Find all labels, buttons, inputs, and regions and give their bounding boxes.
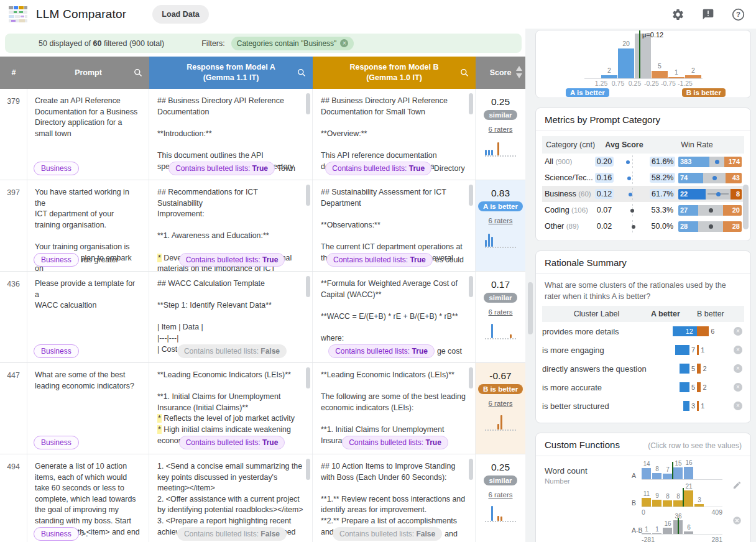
filter-chip-close-icon[interactable]: × (340, 39, 348, 47)
histogram-bar-value: 9 (652, 492, 662, 499)
settings-gear-icon[interactable] (671, 8, 685, 21)
bulleted-lists-chip[interactable]: Contains bulleted lists: True (179, 436, 285, 449)
edit-pencil-icon[interactable] (732, 480, 742, 490)
rationale-table-header: Cluster Label A better B better (542, 306, 744, 322)
metric-category-row[interactable]: All (900)0.2061.6%383174 (542, 154, 744, 170)
response-a-cell[interactable]: 1. <Send a concise email summarizing the… (149, 454, 313, 542)
score-verdict-badge: similar (484, 110, 517, 120)
response-a-cell[interactable]: **Leading Economic Indicators (LEIs)** *… (149, 363, 313, 454)
bulleted-lists-chip[interactable]: Contains bulleted lists: False (177, 527, 287, 541)
prompt-cell[interactable]: Please provide a template for a WACC cal… (27, 272, 149, 362)
prompt-cell[interactable]: You have started working in the ICT depa… (27, 180, 149, 271)
metric-category-name: Other (89) (545, 222, 594, 231)
cluster-remove-button[interactable]: × (732, 383, 744, 392)
cell-scrollbar-thumb[interactable] (306, 459, 310, 480)
response-text: **Leading Economic Indicators (LEIs)** T… (321, 370, 467, 446)
prompt-category-chip[interactable]: Business (34, 527, 79, 541)
score-distribution-chart: 220512μ=0.12 (584, 30, 703, 79)
rationale-cluster-row[interactable]: is better structured31× (542, 397, 744, 415)
help-icon[interactable]: ? (732, 8, 745, 21)
metric-category-name: All (900) (545, 157, 594, 166)
series-label: A (632, 472, 636, 479)
cluster-remove-button[interactable]: × (732, 327, 744, 336)
custom-function-row[interactable]: Word countNumberA14871516B119882130409A-… (536, 456, 750, 542)
table-row[interactable]: 379Create an API Reference Documentation… (0, 89, 525, 180)
table-row[interactable]: 436Please provide a template for a WACC … (0, 272, 525, 363)
cluster-remove-button[interactable]: × (732, 364, 744, 373)
axis-tick-label: 1.25 (592, 80, 611, 87)
sort-descending-icon[interactable] (516, 73, 522, 78)
win-rate-dot (715, 160, 719, 164)
raters-link[interactable]: 6 raters (489, 308, 513, 316)
cluster-remove-button[interactable]: × (732, 346, 744, 354)
cell-scrollbar-thumb[interactable] (306, 185, 310, 206)
metric-category-row[interactable]: Coding (106)0.0753.3%2720 (542, 202, 744, 218)
response-a-cell[interactable]: ## Recommendations for ICT Sustainabilit… (149, 180, 313, 271)
prompt-cell[interactable]: What are some of the best leading econom… (27, 363, 149, 454)
bulleted-lists-chip[interactable]: Contains bulleted lists: True (168, 162, 275, 175)
metric-category-row[interactable]: Business (60)0.1261.7%228 (542, 186, 744, 202)
score-cell: 0.25similar6 raters (476, 89, 525, 180)
cluster-a-bar (680, 382, 689, 392)
cell-scrollbar-thumb[interactable] (306, 93, 310, 114)
rationale-cluster-row[interactable]: is more engaging71× (542, 341, 744, 359)
metric-category-row[interactable]: Science/Tec... (190)0.1658.2%7443 (542, 170, 744, 186)
raters-link[interactable]: 6 raters (489, 126, 513, 133)
prompt-cell[interactable]: Create an API Reference Documentation fo… (27, 89, 149, 180)
response-b-cell[interactable]: **Leading Economic Indicators (LEIs)** T… (313, 363, 476, 454)
cell-scrollbar-thumb[interactable] (469, 185, 473, 206)
bulleted-lists-chip[interactable]: Contains bulleted lists: True (342, 436, 448, 449)
feedback-icon[interactable] (702, 8, 714, 21)
bulleted-lists-chip[interactable]: Contains bulleted lists: False (177, 344, 287, 358)
prompt-cell[interactable]: Generate a list of 10 action items, each… (27, 454, 149, 542)
prompt-category-chip[interactable]: Business (34, 162, 79, 175)
response-chip-row: Contains bulleted lists: True (155, 436, 308, 449)
table-row[interactable]: 494Generate a list of 10 action items, e… (0, 454, 525, 542)
histogram-bar (652, 500, 662, 507)
rationale-cluster-row[interactable]: is more accurate52× (542, 378, 744, 397)
rationale-cluster-row[interactable]: directly answers the question52× (542, 359, 744, 378)
cell-scrollbar-thumb[interactable] (469, 276, 473, 297)
sort-ascending-icon[interactable] (516, 66, 522, 71)
bulleted-lists-chip[interactable]: Contains bulleted lists: True (325, 162, 431, 175)
bulleted-lists-chip[interactable]: Contains bulleted lists: True (326, 253, 433, 267)
cell-scrollbar-thumb[interactable] (306, 367, 310, 388)
table-row[interactable]: 447What are some of the best leading eco… (0, 363, 525, 454)
load-data-button[interactable]: Load Data (152, 5, 208, 24)
rationale-cluster-row[interactable]: provides more details126× (542, 322, 744, 341)
table-row[interactable]: 397You have started working in the ICT d… (0, 180, 525, 272)
metric-category-row[interactable]: Other (89)0.0250.0%2828 (542, 218, 744, 234)
histogram-bar (684, 490, 693, 507)
response-b-cell[interactable]: ## Business Directory API Reference Docu… (313, 89, 476, 180)
remove-function-icon[interactable] (732, 516, 742, 525)
cell-scrollbar-thumb[interactable] (306, 276, 310, 297)
search-icon[interactable] (459, 68, 469, 81)
metrics-scrollbar-thumb[interactable] (743, 185, 749, 229)
response-b-cell[interactable]: ## 10 Action Items to Improve Standing w… (313, 454, 476, 542)
filter-chip-business[interactable]: Categories contain "Business"× (231, 37, 354, 50)
raters-link[interactable]: 6 raters (489, 400, 513, 407)
response-b-cell[interactable]: **Formula for Weighted Average Cost of C… (313, 272, 476, 362)
rationale-panel-title: Rationale Summary (536, 251, 750, 274)
search-icon[interactable] (297, 68, 307, 81)
prompt-category-chip[interactable]: Business (34, 344, 79, 358)
metric-avg-dotplot (615, 188, 650, 200)
cell-scrollbar-thumb[interactable] (469, 367, 473, 388)
raters-link[interactable]: 6 raters (489, 491, 513, 498)
cluster-remove-button[interactable]: × (732, 402, 744, 410)
cell-scrollbar-thumb[interactable] (469, 459, 473, 480)
cell-scrollbar-thumb[interactable] (469, 93, 473, 114)
search-icon[interactable] (133, 68, 143, 81)
bulleted-lists-chip[interactable]: Contains bulleted lists: True (328, 344, 435, 358)
metric-avg-dotplot (615, 172, 650, 184)
response-a-cell[interactable]: ## Business Directory API Reference Docu… (149, 89, 313, 180)
raters-link[interactable]: 6 raters (489, 217, 513, 224)
prompt-text: Create an API Reference Documentation fo… (35, 96, 141, 139)
bulleted-lists-chip[interactable]: Contains bulleted lists: False (333, 527, 442, 541)
prompt-category-chip[interactable]: Business (34, 436, 79, 449)
prompt-category-chip[interactable]: Business (34, 253, 79, 267)
response-b-cell[interactable]: ## Sustainability Assessment for ICT Dep… (313, 180, 476, 271)
table-scrollbar-thumb[interactable] (528, 282, 533, 334)
response-a-cell[interactable]: ## WACC Calculation Template **Step 1: I… (149, 272, 313, 362)
bulleted-lists-chip[interactable]: Contains bulleted lists: True (179, 253, 285, 267)
